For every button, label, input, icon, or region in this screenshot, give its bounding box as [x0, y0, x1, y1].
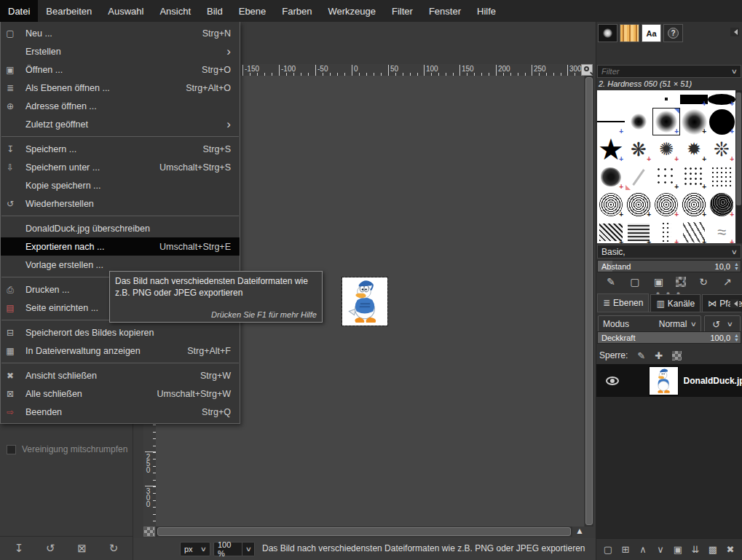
- tool-option-shrink-merged[interactable]: Vereinigung mitschrumpfen: [7, 444, 127, 454]
- spinner-arrows-icon[interactable]: ▲▼: [734, 333, 739, 342]
- checkbox-icon[interactable]: [7, 445, 16, 454]
- menubar-item-bearbeiten[interactable]: Bearbeiten: [38, 0, 100, 22]
- brush-cell[interactable]: +: [708, 191, 735, 218]
- brush-cell[interactable]: [708, 163, 735, 191]
- brush-cell[interactable]: +: [597, 163, 625, 191]
- brush-cell[interactable]: +: [625, 218, 652, 243]
- menubar-item-werkzeuge[interactable]: Werkzeuge: [320, 0, 384, 22]
- brush-cell[interactable]: ≈+: [708, 218, 735, 243]
- menu-item-overwrite[interactable]: DonaldDuck.jpg überschreiben: [1, 219, 240, 237]
- opacity-slider[interactable]: Deckkraft 100,0 ▲▼: [597, 331, 741, 344]
- patterns-tab[interactable]: [620, 24, 639, 42]
- brush-cell[interactable]: +: [625, 191, 652, 218]
- layer-row-donaldduck[interactable]: DonaldDuck.jp: [596, 364, 742, 397]
- tab-channels[interactable]: ▥Kanäle: [650, 294, 700, 312]
- menubar-item-ansicht[interactable]: Ansicht: [151, 0, 199, 22]
- horizontal-scrollbar[interactable]: [156, 527, 572, 537]
- duplicate-brush-button[interactable]: ▣: [652, 276, 666, 288]
- brushes-panel-menu-button[interactable]: [730, 28, 739, 36]
- menu-item-open[interactable]: ▣Öffnen ...Strg+O: [1, 60, 240, 79]
- mode-options-button[interactable]: ↺ ∨: [704, 315, 741, 333]
- new-brush-button[interactable]: ▢: [628, 276, 642, 288]
- brush-cell[interactable]: +: [680, 108, 708, 135]
- restore-tool-preset-icon[interactable]: ↺: [43, 542, 58, 555]
- brush-cell[interactable]: [625, 108, 652, 135]
- zoom-follow-window-button[interactable]: [581, 64, 593, 76]
- spinner-arrows-icon[interactable]: ▲▼: [734, 261, 739, 271]
- save-tool-preset-icon[interactable]: ↧: [12, 542, 26, 555]
- brush-cell[interactable]: ❋+: [625, 135, 652, 163]
- brush-cell[interactable]: [652, 90, 680, 108]
- menu-item-save[interactable]: ↧Speichern ...Strg+S: [1, 140, 240, 158]
- edit-brush-button[interactable]: ✎: [604, 276, 617, 288]
- brush-cell-selected[interactable]: +: [652, 108, 680, 135]
- brush-cell[interactable]: +: [597, 218, 625, 243]
- menu-item-show-in-file-manager[interactable]: ▦In Dateiverwaltung anzeigenStrg+Alt+F: [1, 342, 240, 360]
- menubar-item-fenster[interactable]: Fenster: [421, 0, 469, 22]
- menu-item-open-recent[interactable]: Zuletzt geöffnet›: [1, 115, 240, 133]
- brush-cell[interactable]: +: [597, 108, 625, 135]
- menubar-item-hilfe[interactable]: Hilfe: [469, 0, 504, 22]
- merge-down-button[interactable]: ⇊: [689, 544, 702, 555]
- lock-pixels-icon[interactable]: ✎: [637, 350, 645, 361]
- menu-item-quit[interactable]: ⇨BeendenStrg+Q: [1, 403, 240, 421]
- menubar-item-auswahl[interactable]: Auswahl: [100, 0, 151, 22]
- zoom-select[interactable]: 100 %: [213, 542, 242, 556]
- delete-layer-button[interactable]: ✖: [724, 544, 737, 555]
- brush-cell[interactable]: ✺+: [652, 135, 680, 163]
- menu-item-save-copy[interactable]: Kopie speichern ...: [1, 176, 240, 194]
- menu-item-new[interactable]: ▢Neu ...Strg+N: [1, 24, 240, 42]
- menu-item-close-all[interactable]: ⊠Alle schließenUmschalt+Strg+W: [1, 384, 240, 403]
- layer-list-empty-area[interactable]: [596, 397, 742, 538]
- brush-scrollbar-thumb[interactable]: [736, 92, 741, 205]
- layers-panel-menu-button[interactable]: [730, 299, 739, 308]
- duplicate-layer-button[interactable]: ▣: [671, 544, 684, 555]
- raise-layer-button[interactable]: ∧: [636, 544, 650, 555]
- menu-item-open-as-layers[interactable]: ≣Als Ebenen öffnen ...Strg+Alt+O: [1, 79, 240, 97]
- vertical-scrollbar[interactable]: [585, 76, 593, 527]
- lock-alpha-icon[interactable]: [672, 351, 682, 360]
- horizontal-scrollbar-thumb[interactable]: [157, 527, 571, 536]
- lower-layer-button[interactable]: ∨: [654, 544, 667, 555]
- menu-item-open-location[interactable]: ⊕Adresse öffnen ...: [1, 97, 240, 115]
- layer-mode-select[interactable]: Modus Normal ∨: [598, 315, 701, 333]
- brushes-tab[interactable]: [598, 24, 617, 42]
- brush-cell[interactable]: [625, 163, 652, 191]
- donald-duck-image[interactable]: [342, 277, 387, 326]
- brush-cell[interactable]: ★+: [597, 135, 625, 163]
- brush-grid[interactable]: ++++++★+❋+✺+✹+❊+++++++++++++≈+: [597, 90, 735, 243]
- navigation-preview-button[interactable]: ▲: [574, 526, 585, 537]
- brush-filter-input[interactable]: Filter ∨: [597, 65, 741, 78]
- layer-visibility-eye-icon[interactable]: [606, 376, 619, 385]
- menu-item-close-view[interactable]: ✖Ansicht schließenStrg+W: [1, 366, 240, 384]
- unit-select[interactable]: px ∨: [180, 542, 210, 556]
- menubar-item-filter[interactable]: Filter: [384, 0, 421, 22]
- brush-spacing-slider[interactable]: Abstand 10,0 ▲▼: [597, 260, 741, 272]
- brush-cell[interactable]: ❊+: [708, 135, 735, 163]
- brush-cell[interactable]: +: [652, 163, 680, 191]
- menu-item-save-as[interactable]: ⇩Speichern unter ...Umschalt+Strg+S: [1, 158, 240, 176]
- brush-cell[interactable]: [597, 90, 625, 108]
- brush-cell[interactable]: +: [680, 191, 708, 218]
- layer-thumbnail[interactable]: [649, 366, 678, 395]
- new-layer-button[interactable]: ▢: [601, 544, 615, 555]
- refresh-brushes-button[interactable]: ↻: [697, 276, 710, 288]
- brush-cell[interactable]: [625, 90, 652, 108]
- delete-tool-preset-icon[interactable]: ⊠: [75, 542, 90, 555]
- brush-cell[interactable]: +: [680, 163, 708, 191]
- delete-brush-button[interactable]: ✖: [676, 277, 686, 287]
- menubar-item-bild[interactable]: Bild: [199, 0, 231, 22]
- brush-cell[interactable]: +: [708, 108, 735, 135]
- add-mask-button[interactable]: ▩: [706, 544, 719, 555]
- menubar-item-ebene[interactable]: Ebene: [231, 0, 275, 22]
- brush-cell[interactable]: +: [652, 191, 680, 218]
- zoom-select-chevron[interactable]: ∨: [242, 542, 255, 556]
- help-tab[interactable]: ?: [663, 24, 683, 42]
- brush-cell[interactable]: +: [680, 90, 708, 108]
- menu-item-copy-image-location[interactable]: ⊟Speicherort des Bildes kopieren: [1, 323, 240, 342]
- brush-cell[interactable]: +: [652, 218, 680, 243]
- menu-item-revert[interactable]: ↺Wiederherstellen: [1, 194, 240, 213]
- brush-cell[interactable]: +: [597, 191, 625, 218]
- brush-group-select[interactable]: Basic, ∨: [597, 245, 741, 259]
- fonts-tab[interactable]: Aa: [642, 24, 661, 42]
